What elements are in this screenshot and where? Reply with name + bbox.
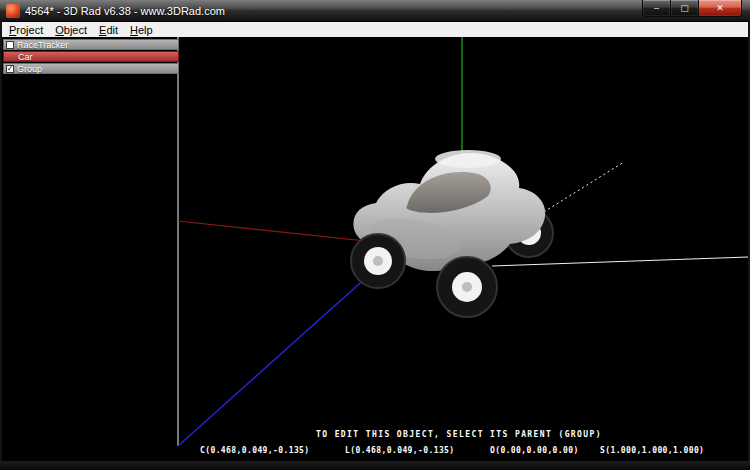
close-button[interactable]: ✕ — [698, 0, 742, 17]
scene-canvas — [2, 37, 748, 461]
titlebar[interactable]: 4564* - 3D Rad v6.38 - www.3DRad.com – ▢… — [0, 0, 750, 22]
viewport-hint-text: TO EDIT THIS OBJECT, SELECT ITS PARENT (… — [316, 430, 602, 439]
checkbox-group-mark: ✓ — [7, 65, 14, 73]
checkbox-group[interactable]: ✓ — [6, 65, 14, 73]
menu-project-label: P — [9, 24, 16, 36]
minimize-button[interactable]: – — [642, 0, 671, 17]
menu-edit-label: E — [99, 24, 106, 36]
menu-help[interactable]: Help — [124, 22, 159, 37]
window-frame: Project Object Edit Help — [0, 22, 750, 461]
object-label-car: Car — [18, 52, 33, 62]
window-controls: – ▢ ✕ — [642, 0, 742, 17]
car-model[interactable] — [351, 150, 553, 317]
car-roof-highlight — [435, 150, 501, 168]
menu-help-label-rest: elp — [138, 24, 153, 36]
object-label-group: Group — [17, 64, 42, 74]
menubar: Project Object Edit Help — [2, 22, 748, 37]
maximize-icon: ▢ — [680, 4, 689, 13]
window-title: 4564* - 3D Rad v6.38 - www.3DRad.com — [25, 5, 225, 17]
menu-project-label-rest: roject — [16, 24, 43, 36]
menu-project[interactable]: Project — [3, 22, 49, 37]
object-row-group[interactable]: ✓ Group — [3, 63, 179, 74]
viewport-3d[interactable]: RaceTracker Car ✓ Group TO EDIT THIS OBJ… — [2, 37, 748, 461]
minimize-icon: – — [654, 4, 659, 13]
checkbox-racetracker[interactable] — [6, 41, 14, 49]
coord-c: C(0.468,0.049,-0.135) — [200, 446, 310, 455]
maximize-button[interactable]: ▢ — [671, 0, 698, 17]
menu-object-label-rest: bject — [64, 24, 87, 36]
object-label-racetracker: RaceTracker — [17, 40, 68, 50]
app-window: 4564* - 3D Rad v6.38 - www.3DRad.com – ▢… — [0, 0, 750, 470]
menu-object-label: O — [55, 24, 64, 36]
menu-object[interactable]: Object — [49, 22, 93, 37]
coord-s: S(1.000,1.000,1.000) — [600, 446, 704, 455]
wheel-rear-left — [351, 234, 405, 288]
object-row-racetracker[interactable]: RaceTracker — [3, 39, 179, 50]
wheel-front-left — [437, 257, 497, 317]
app-icon — [6, 4, 20, 18]
coord-l: L(0.468,0.049,-0.135) — [345, 446, 455, 455]
window-frame-bottom — [0, 461, 750, 470]
white-axis-line — [492, 257, 748, 266]
close-icon: ✕ — [716, 4, 724, 13]
menu-edit-label-rest: dit — [106, 24, 118, 36]
coord-o: O(0.00,0.00,0.00) — [490, 446, 579, 455]
menu-help-label: H — [130, 24, 138, 36]
menu-edit[interactable]: Edit — [93, 22, 124, 37]
object-list: RaceTracker Car ✓ Group — [3, 39, 179, 75]
object-row-car[interactable]: Car — [3, 51, 179, 62]
